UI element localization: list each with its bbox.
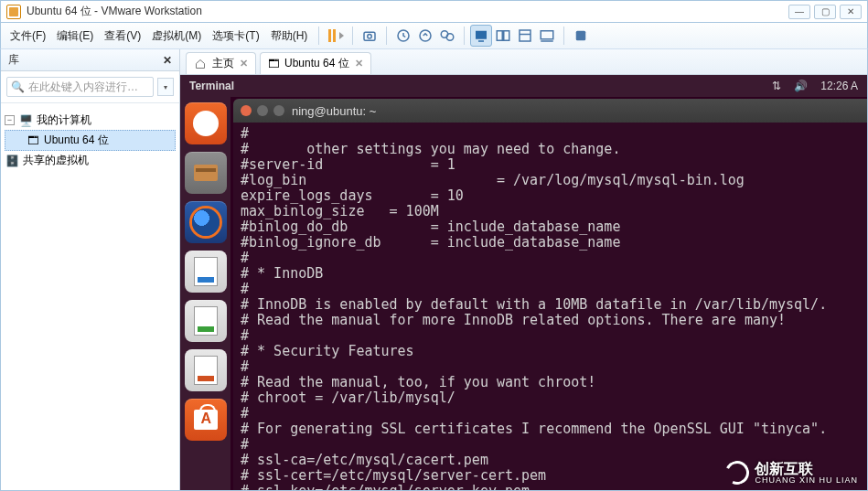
view-fullscreen-button[interactable] bbox=[536, 25, 558, 47]
launcher-software-icon[interactable]: A bbox=[185, 399, 227, 441]
svg-rect-9 bbox=[504, 31, 509, 41]
svg-point-5 bbox=[447, 34, 455, 41]
computer-icon: 🖥️ bbox=[18, 114, 33, 127]
collapse-icon[interactable]: − bbox=[5, 115, 15, 125]
library-tree: − 🖥️ 我的计算机 🗔 Ubuntu 64 位 🗄️ 共享的虚拟机 bbox=[1, 103, 179, 177]
launcher-dash-icon[interactable] bbox=[185, 102, 227, 144]
menu-vm[interactable]: 虚拟机(M) bbox=[146, 25, 207, 48]
maximize-button[interactable]: ▢ bbox=[814, 5, 836, 19]
svg-rect-13 bbox=[194, 165, 218, 181]
terminal-body[interactable]: # # other settings you may need to chang… bbox=[233, 123, 867, 490]
snapshot-manager-button[interactable] bbox=[436, 25, 458, 47]
library-sidebar: 库 ✕ 🔍 在此处键入内容进行… ▾ − 🖥️ 我的计算机 🗔 Ubuntu 6… bbox=[1, 49, 180, 490]
tree-label-root: 我的计算机 bbox=[37, 112, 91, 128]
svg-point-1 bbox=[368, 35, 372, 39]
sidebar-close-button[interactable]: ✕ bbox=[163, 54, 172, 67]
svg-rect-6 bbox=[476, 31, 487, 39]
search-dropdown-button[interactable]: ▾ bbox=[157, 78, 174, 96]
search-placeholder: 在此处键入内容进行… bbox=[28, 80, 138, 95]
search-input[interactable]: 🔍 在此处键入内容进行… bbox=[6, 77, 154, 97]
network-icon[interactable]: ⇅ bbox=[772, 80, 781, 92]
pause-button[interactable] bbox=[325, 25, 347, 47]
menu-edit[interactable]: 编辑(E) bbox=[51, 25, 99, 48]
tab-vm-close[interactable]: ✕ bbox=[355, 58, 363, 69]
ubuntu-menubar: Terminal ⇅ 🔊 12:26 A bbox=[180, 75, 867, 97]
app-icon bbox=[6, 5, 21, 19]
tree-row-my-computer[interactable]: − 🖥️ 我的计算机 bbox=[5, 111, 176, 130]
svg-point-3 bbox=[420, 30, 431, 41]
vm-tab-icon: 🗔 bbox=[268, 58, 279, 70]
terminal-title: ning@ubuntu: ~ bbox=[292, 104, 376, 118]
document-tabs: 主页 ✕ 🗔 Ubuntu 64 位 ✕ bbox=[180, 49, 867, 75]
snapshot-take-button[interactable] bbox=[392, 25, 414, 47]
snapshot-revert-button[interactable] bbox=[414, 25, 436, 47]
menu-file[interactable]: 文件(F) bbox=[5, 25, 51, 48]
launcher-calc-icon[interactable] bbox=[185, 300, 227, 342]
window-title: Ubuntu 64 位 - VMware Workstation bbox=[27, 4, 788, 19]
close-button[interactable]: ✕ bbox=[840, 5, 862, 19]
terminal-window[interactable]: ning@ubuntu: ~ # # other settings you ma… bbox=[231, 97, 867, 490]
watermark-logo-icon bbox=[723, 457, 753, 487]
vm-console[interactable]: Terminal ⇅ 🔊 12:26 A A bbox=[180, 75, 867, 490]
launcher-files-icon[interactable] bbox=[185, 152, 227, 194]
svg-rect-7 bbox=[478, 40, 484, 42]
tab-vm-label: Ubuntu 64 位 bbox=[284, 56, 349, 71]
sidebar-title: 库 bbox=[8, 52, 19, 68]
shared-icon: 🗄️ bbox=[5, 155, 19, 167]
view-sidebyside-button[interactable] bbox=[492, 25, 514, 47]
launcher-writer-icon[interactable] bbox=[185, 251, 227, 293]
launcher-firefox-icon[interactable] bbox=[185, 201, 227, 243]
svg-rect-11 bbox=[541, 31, 554, 39]
terminal-titlebar[interactable]: ning@ubuntu: ~ bbox=[233, 99, 867, 123]
tree-row-ubuntu-64[interactable]: 🗔 Ubuntu 64 位 bbox=[5, 130, 176, 151]
tree-label-shared: 共享的虚拟机 bbox=[23, 153, 89, 168]
minimize-button[interactable]: — bbox=[788, 5, 810, 19]
tab-vm[interactable]: 🗔 Ubuntu 64 位 ✕ bbox=[260, 52, 371, 74]
tab-home-close[interactable]: ✕ bbox=[240, 58, 248, 69]
menu-view[interactable]: 查看(V) bbox=[99, 25, 146, 48]
view-library-button[interactable] bbox=[570, 25, 592, 47]
host-titlebar: Ubuntu 64 位 - VMware Workstation — ▢ ✕ bbox=[0, 0, 868, 22]
watermark-brand: 创新互联 bbox=[755, 462, 858, 476]
launcher-impress-icon[interactable] bbox=[185, 349, 227, 391]
tree-row-shared[interactable]: 🗄️ 共享的虚拟机 bbox=[5, 151, 176, 170]
watermark: 创新互联 CHUANG XIN HU LIAN bbox=[725, 461, 858, 485]
menu-tabs[interactable]: 选项卡(T) bbox=[207, 25, 264, 48]
svg-rect-8 bbox=[498, 31, 503, 41]
svg-rect-10 bbox=[520, 30, 530, 41]
watermark-sub: CHUANG XIN HU LIAN bbox=[755, 476, 858, 485]
search-icon: 🔍 bbox=[11, 80, 25, 93]
sound-icon[interactable]: 🔊 bbox=[794, 80, 808, 92]
snapshot-button[interactable] bbox=[359, 25, 380, 47]
terminal-close-button[interactable] bbox=[241, 105, 252, 116]
svg-rect-12 bbox=[576, 31, 586, 41]
vm-icon: 🗔 bbox=[26, 134, 40, 147]
svg-rect-0 bbox=[364, 32, 375, 40]
unity-launcher: A bbox=[180, 97, 231, 490]
tab-home-label: 主页 bbox=[212, 56, 234, 71]
view-unity-button[interactable] bbox=[514, 25, 536, 47]
terminal-maximize-button[interactable] bbox=[273, 105, 284, 116]
tab-home[interactable]: 主页 ✕ bbox=[186, 52, 256, 74]
tree-label-child: Ubuntu 64 位 bbox=[44, 133, 109, 148]
clock-text[interactable]: 12:26 A bbox=[820, 80, 858, 92]
home-icon bbox=[194, 59, 207, 69]
svg-rect-14 bbox=[196, 168, 216, 172]
ubuntu-active-app: Terminal bbox=[189, 80, 234, 92]
menu-help[interactable]: 帮助(H) bbox=[265, 25, 314, 48]
menubar: 文件(F) 编辑(E) 查看(V) 虚拟机(M) 选项卡(T) 帮助(H) bbox=[0, 22, 868, 49]
view-console-button[interactable] bbox=[470, 25, 492, 47]
terminal-minimize-button[interactable] bbox=[257, 105, 268, 116]
